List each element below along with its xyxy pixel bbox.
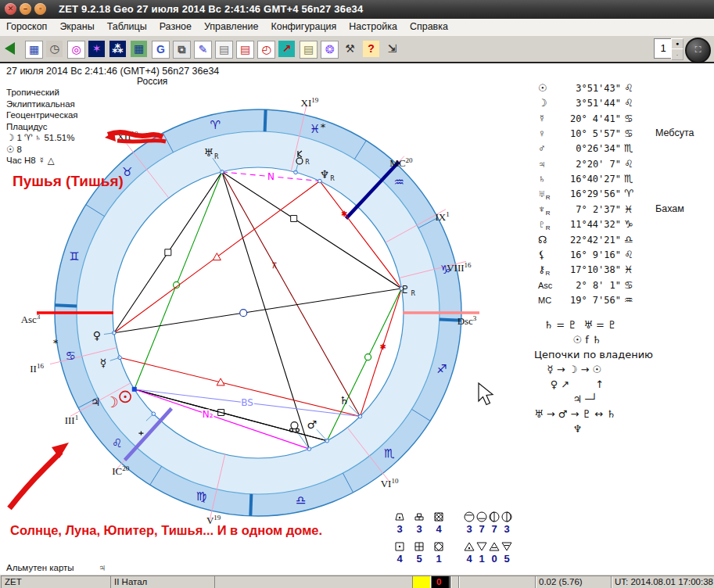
house-label-dsc: Dsc3 <box>457 314 477 327</box>
house-label-ic: IC20 <box>112 464 130 477</box>
planet-row-moon: ☽3°51'44"♌ <box>538 97 640 112</box>
statusbar: ZET II Натал 0 0.02 (5.76) UT: 2014.08.0… <box>0 574 714 588</box>
zodiac-sign-5: ♌ <box>112 436 122 450</box>
planet-row-asc: Asc2° 8' 1"♋ <box>538 279 640 294</box>
status-ut-time: UT: 2014.08.01 17:00:38 <box>611 575 714 588</box>
nakshatra-annotation: Пушья (Тишья) <box>13 173 124 190</box>
sign-stat-count: 5 <box>501 553 513 565</box>
chart-area: 27 июля 2014 Вс 2:41:46 (GMT+4) 56n27 36… <box>0 63 714 574</box>
svg-text:N₂: N₂ <box>203 409 213 420</box>
planet-row-mercury: ☿20° 4'41"♋ <box>538 113 640 127</box>
planet-glyph-saturn: ♄ <box>339 394 350 407</box>
planet-glyph-moon: ☽ <box>106 393 119 411</box>
house-stat-count: 4 <box>432 523 445 535</box>
house-label-ix: IX1 <box>435 210 449 223</box>
bottom-annotation: Солнце, Луна, Юпитер, Тишья... И в одном… <box>10 523 322 538</box>
zodiac-sign-3: ♊ <box>69 249 79 264</box>
dispositor-chains: ♄ = ♇ ♅ = ♇ ☉ f ♄ Цепочки по владению ☿ … <box>534 317 712 436</box>
svg-text:♆: ♆ <box>320 168 330 181</box>
house-stat-count: 1 <box>432 553 445 565</box>
svg-text:N: N <box>267 171 274 182</box>
zodiac-sign-10: ♑ <box>440 263 450 277</box>
planet-row-neptune: ♆R7° 2'37"♓Бахам <box>538 203 640 218</box>
house-label-iii: III1 <box>65 414 79 426</box>
sign-stat-count: 7 <box>488 523 501 535</box>
house-label-xi: XI19 <box>301 96 319 109</box>
tri-up-dot-symbol <box>463 540 475 553</box>
planet-row-mars: ♂0°26'34"♏ <box>538 142 640 157</box>
diamond-hatch-symbol <box>432 511 445 523</box>
svg-text:⊼: ⊼ <box>271 261 277 270</box>
zodiac-sign-1: ♈ <box>210 118 220 132</box>
svg-text:♅: ♅ <box>204 146 214 159</box>
house-stat-count: 3 <box>393 523 406 535</box>
house-label-vi: VI10 <box>381 477 399 489</box>
status-speed: 0.02 (5.76) <box>535 575 612 588</box>
planet-row-saturn: ♄16°40'27"♏ <box>538 173 640 188</box>
planet-row-pluto: ♇R11°44'32"♑ <box>538 218 640 233</box>
sign-stat-count: 3 <box>501 523 513 535</box>
mouse-cursor <box>479 383 493 405</box>
sign-stat-count: 0 <box>488 553 501 565</box>
house-label-mc: MC20 <box>389 156 413 169</box>
circle-bottom-symbol <box>475 511 488 523</box>
planet-glyph-mars: ♂ <box>307 418 318 431</box>
svg-text:☿: ☿ <box>100 357 107 369</box>
svg-text:✱: ✱ <box>379 342 386 351</box>
zodiac-sign-9: ♐ <box>436 362 447 376</box>
circle-right-symbol <box>501 511 513 523</box>
svg-text:*: * <box>53 337 59 349</box>
zodiac-sign-12: ♓ <box>310 122 320 136</box>
svg-text:♇: ♇ <box>400 283 411 296</box>
house-label-asc: Asc3 <box>21 313 41 325</box>
tri-down-line-symbol <box>501 540 513 553</box>
planet-row-uranus: ♅R16°29'56"♈ <box>538 188 640 203</box>
house-label-ii: II16 <box>30 362 44 375</box>
planet-row-lilith: ⚸16° 9'16"♌ <box>538 249 640 264</box>
sign-stat-count: 7 <box>475 523 488 535</box>
circle-left-symbol <box>488 511 501 523</box>
zodiac-sign-11: ♒ <box>394 175 404 189</box>
sign-stat-count: 3 <box>463 523 475 535</box>
zet-astrology-app: { "window": { "title": "ZET 9.2.18 Geo 2… <box>0 0 714 588</box>
almuten-line: Альмутен карты ♃ <box>6 561 106 573</box>
svg-text:R: R <box>411 290 416 297</box>
svg-text:♃: ♃ <box>91 396 101 408</box>
planet-glyph-venus: ♀ <box>93 329 101 342</box>
status-chart-type: II Натал <box>110 575 215 588</box>
svg-text:R: R <box>214 153 219 160</box>
planet-glyph-mercury: ☿ <box>100 357 107 369</box>
planet-row-jupiter: ♃2°20' 7"♌ <box>538 158 640 173</box>
zodiac-sign-4: ♋ <box>65 349 75 363</box>
status-spacer-2 <box>458 575 536 588</box>
planet-row-node: ☊22°42'21"♎ <box>538 234 640 249</box>
grid-symbol <box>413 540 425 553</box>
planet-row-sun: ☉3°51'43"♌ <box>538 82 640 97</box>
bricks-symbol <box>413 511 425 523</box>
fixed-star-note: Бахам <box>655 203 684 214</box>
svg-text:*: * <box>321 121 326 133</box>
svg-text:♀: ♀ <box>93 329 101 342</box>
almuten-label: Альмутен карты <box>6 563 74 572</box>
trapezoid-dot-symbol <box>393 511 406 523</box>
house-stat-count: 5 <box>413 553 425 565</box>
svg-text:BS: BS <box>241 397 253 408</box>
svg-text:✱: ✱ <box>341 210 347 218</box>
svg-text:R: R <box>330 175 335 182</box>
planet-row-venus: ♀10° 5'57"♋Мебсута <box>538 127 640 142</box>
square-dot-symbol <box>393 540 406 553</box>
status-color-indicator <box>412 575 431 588</box>
planet-glyph-jupiter: ♃ <box>91 396 101 408</box>
sign-stat-count: 1 <box>475 553 488 565</box>
circle-top-symbol <box>463 511 475 523</box>
planet-row-chiron: ⚷R17°10'38"♓ <box>538 264 640 278</box>
diamond-square-symbol <box>432 540 445 553</box>
zodiac-sign-7: ♎ <box>296 493 306 507</box>
sign-stat-count: 4 <box>463 553 475 565</box>
planet-row-mc: MC19° 7'56"♒ <box>538 294 640 309</box>
svg-text:R: R <box>305 159 310 166</box>
svg-text:♂: ♂ <box>307 418 318 431</box>
status-app: ZET <box>1 575 111 588</box>
tri-down-symbol <box>475 540 488 553</box>
house-stat-count: 3 <box>413 523 425 535</box>
